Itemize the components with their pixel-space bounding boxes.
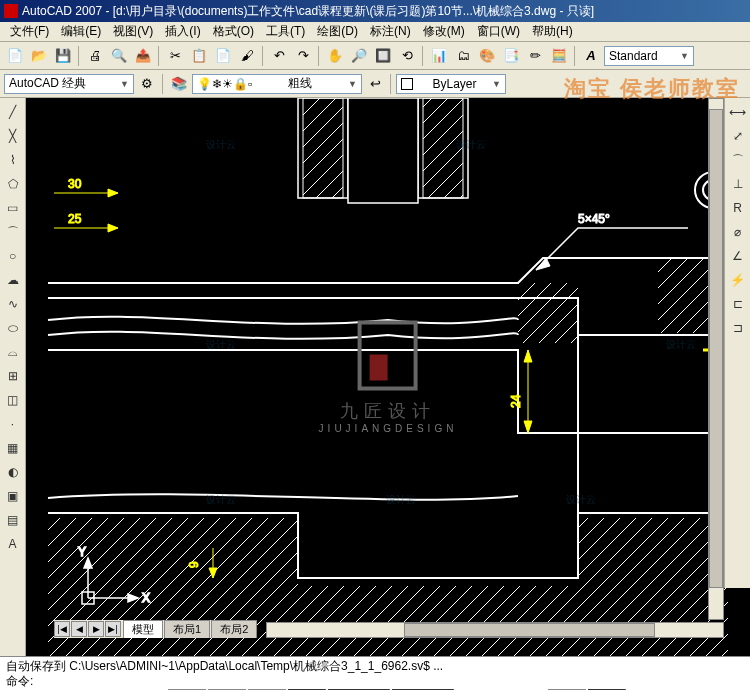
tab-nav-next[interactable]: ▶ — [88, 621, 104, 637]
layer-prev-icon[interactable]: ↩ — [364, 73, 386, 95]
print-icon[interactable]: 🖨 — [84, 45, 106, 67]
open-icon[interactable]: 📂 — [28, 45, 50, 67]
menu-insert[interactable]: 插入(I) — [159, 21, 206, 42]
rectangle-icon[interactable]: ▭ — [2, 197, 24, 219]
sheet-set-icon[interactable]: 📑 — [500, 45, 522, 67]
text-style-icon[interactable]: A — [580, 45, 602, 67]
arc-icon[interactable]: ⌒ — [2, 221, 24, 243]
menu-draw[interactable]: 绘图(D) — [311, 21, 364, 42]
markup-icon[interactable]: ✏ — [524, 45, 546, 67]
spline-icon[interactable]: ∿ — [2, 293, 24, 315]
ellipse-icon[interactable]: ⬭ — [2, 317, 24, 339]
match-icon[interactable]: 🖌 — [236, 45, 258, 67]
layer-manager-icon[interactable]: 📚 — [168, 73, 190, 95]
line-icon[interactable]: ╱ — [2, 101, 24, 123]
draw-toolbar: ╱ ╳ ⌇ ⬠ ▭ ⌒ ○ ☁ ∿ ⬭ ⌓ ⊞ ◫ · ▦ ◐ ▣ ▤ A — [0, 98, 26, 656]
drawing-canvas[interactable]: 30 25 5×45° — [26, 98, 750, 656]
standard-toolbar: 📄 📂 💾 🖨 🔍 📤 ✂ 📋 📄 🖌 ↶ ↷ ✋ 🔎 🔲 ⟲ 📊 🗂 🎨 📑 … — [0, 42, 750, 70]
dim-radius-icon[interactable]: R — [727, 197, 749, 219]
make-block-icon[interactable]: ◫ — [2, 389, 24, 411]
dim-arc-icon[interactable]: ⌒ — [727, 149, 749, 171]
svg-text:25: 25 — [68, 212, 82, 226]
vertical-scrollbar[interactable] — [708, 98, 724, 620]
calc-icon[interactable]: 🧮 — [548, 45, 570, 67]
xline-icon[interactable]: ╳ — [2, 125, 24, 147]
pan-icon[interactable]: ✋ — [324, 45, 346, 67]
tab-model[interactable]: 模型 — [123, 620, 163, 638]
dim-continue-icon[interactable]: ⊐ — [727, 317, 749, 339]
dim-diameter-icon[interactable]: ⌀ — [727, 221, 749, 243]
horizontal-scrollbar[interactable] — [266, 622, 724, 638]
menu-edit[interactable]: 编辑(E) — [55, 21, 107, 42]
menu-bar: 文件(F) 编辑(E) 视图(V) 插入(I) 格式(O) 工具(T) 绘图(D… — [0, 22, 750, 42]
workspace-dropdown[interactable]: AutoCAD 经典 ▼ — [4, 74, 134, 94]
command-line[interactable]: 自动保存到 C:\Users\ADMINI~1\AppData\Local\Te… — [0, 656, 750, 690]
layer-icons: 💡❄☀🔒▫ — [197, 77, 252, 91]
cmd-history: 自动保存到 C:\Users\ADMINI~1\AppData\Local\Te… — [6, 659, 744, 674]
svg-rect-3 — [423, 98, 463, 198]
dim-angular-icon[interactable]: ∠ — [727, 245, 749, 267]
hatch-icon[interactable]: ▦ — [2, 437, 24, 459]
tab-layout2[interactable]: 布局2 — [211, 620, 257, 638]
svg-rect-15 — [298, 586, 578, 656]
tab-nav-last[interactable]: ▶| — [105, 621, 121, 637]
table-icon[interactable]: ▤ — [2, 509, 24, 531]
svg-text:5×45°: 5×45° — [578, 212, 610, 226]
menu-file[interactable]: 文件(F) — [4, 21, 55, 42]
chevron-down-icon: ▼ — [120, 79, 129, 89]
workspace-settings-icon[interactable]: ⚙ — [136, 73, 158, 95]
svg-marker-9 — [108, 189, 118, 197]
menu-tools[interactable]: 工具(T) — [260, 21, 311, 42]
chevron-down-icon: ▼ — [348, 79, 357, 89]
svg-marker-21 — [524, 421, 532, 433]
layer-dropdown[interactable]: 💡❄☀🔒▫ 粗线 ▼ — [192, 74, 362, 94]
menu-window[interactable]: 窗口(W) — [471, 21, 526, 42]
redo-icon[interactable]: ↷ — [292, 45, 314, 67]
cut-icon[interactable]: ✂ — [164, 45, 186, 67]
mtext-icon[interactable]: A — [2, 533, 24, 555]
menu-modify[interactable]: 修改(M) — [417, 21, 471, 42]
color-swatch — [401, 78, 413, 90]
svg-rect-4 — [348, 98, 418, 203]
zoom-prev-icon[interactable]: ⟲ — [396, 45, 418, 67]
menu-format[interactable]: 格式(O) — [207, 21, 260, 42]
menu-view[interactable]: 视图(V) — [107, 21, 159, 42]
text-style-dropdown[interactable]: Standard ▼ — [604, 46, 694, 66]
save-icon[interactable]: 💾 — [52, 45, 74, 67]
dim-ordinate-icon[interactable]: ⊥ — [727, 173, 749, 195]
paste-icon[interactable]: 📄 — [212, 45, 234, 67]
polygon-icon[interactable]: ⬠ — [2, 173, 24, 195]
color-dropdown[interactable]: ByLayer ▼ — [396, 74, 506, 94]
tab-nav-prev[interactable]: ◀ — [71, 621, 87, 637]
pline-icon[interactable]: ⌇ — [2, 149, 24, 171]
circle-icon[interactable]: ○ — [2, 245, 24, 267]
insert-block-icon[interactable]: ⊞ — [2, 365, 24, 387]
dim-quick-icon[interactable]: ⚡ — [727, 269, 749, 291]
dim-aligned-icon[interactable]: ⤢ — [727, 125, 749, 147]
preview-icon[interactable]: 🔍 — [108, 45, 130, 67]
revcloud-icon[interactable]: ☁ — [2, 269, 24, 291]
point-icon[interactable]: · — [2, 413, 24, 435]
text-style-value: Standard — [609, 49, 658, 63]
app-icon — [4, 4, 18, 18]
gradient-icon[interactable]: ◐ — [2, 461, 24, 483]
workspace-value: AutoCAD 经典 — [9, 75, 86, 92]
menu-help[interactable]: 帮助(H) — [526, 21, 579, 42]
dim-linear-icon[interactable]: ⟷ — [727, 101, 749, 123]
menu-dimension[interactable]: 标注(N) — [364, 21, 417, 42]
new-icon[interactable]: 📄 — [4, 45, 26, 67]
ellipse-arc-icon[interactable]: ⌓ — [2, 341, 24, 363]
properties-icon[interactable]: 📊 — [428, 45, 450, 67]
tab-layout1[interactable]: 布局1 — [164, 620, 210, 638]
tool-palette-icon[interactable]: 🎨 — [476, 45, 498, 67]
region-icon[interactable]: ▣ — [2, 485, 24, 507]
svg-marker-20 — [524, 350, 532, 362]
undo-icon[interactable]: ↶ — [268, 45, 290, 67]
publish-icon[interactable]: 📤 — [132, 45, 154, 67]
tab-nav-first[interactable]: |◀ — [54, 621, 70, 637]
zoom-window-icon[interactable]: 🔲 — [372, 45, 394, 67]
zoom-icon[interactable]: 🔎 — [348, 45, 370, 67]
dim-baseline-icon[interactable]: ⊏ — [727, 293, 749, 315]
copy-icon[interactable]: 📋 — [188, 45, 210, 67]
design-center-icon[interactable]: 🗂 — [452, 45, 474, 67]
